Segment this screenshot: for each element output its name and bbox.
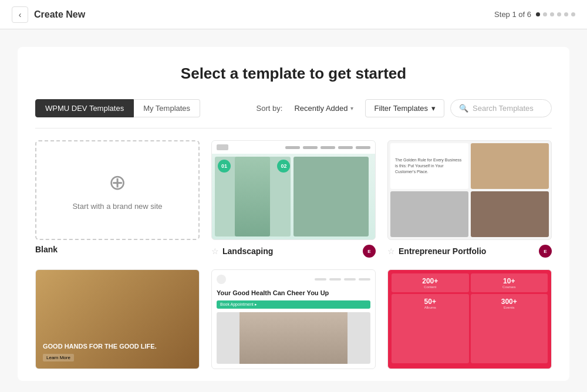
sort-dropdown[interactable]: Recently Added ▾ [288,100,359,116]
stat-num-courses: 10+ [473,277,546,285]
template-card-blank[interactable]: ⊕ Start with a brand new site Blank [35,140,200,258]
thumb-link [356,146,370,149]
thumb-img-tools [294,157,369,236]
elementor-badge-entrepreneur: E [539,245,552,258]
health-nav-link [315,278,326,281]
stat-num-content: 200+ [394,277,467,285]
health-nav-links [315,278,370,281]
thumb-img-person2 [471,143,549,189]
stat-num-albums: 50+ [394,298,467,306]
star-icon[interactable]: ☆ [211,246,219,256]
top-bar-left: ‹ Create New [12,6,85,23]
template-name-entrepreneur: Entrepreneur Portfolio [399,246,486,256]
tab-my-templates[interactable]: My Templates [134,99,200,117]
template-name-wrap-entrepreneur: ☆ Entrepreneur Portfolio [387,246,486,256]
stat-label-events: Events [473,306,546,309]
badge-01: 01 [218,160,231,173]
farm-content: GOOD HANDS FOR THE GOOD LIFE. Learn More [43,342,157,361]
thumb-links [285,146,370,149]
main-area: Select a template to get started WPMU DE… [0,29,587,392]
thumb-img-person3 [390,191,468,237]
star-icon-entrepreneur[interactable]: ☆ [387,246,395,256]
filter-label: Filter Templates [374,104,428,113]
events-stat-events: 300+ Events [471,294,548,363]
template-thumb-landscaping: 01 02 [211,140,376,240]
health-person-image [239,312,347,364]
controls-right: Sort by: Recently Added ▾ Filter Templat… [257,99,552,117]
template-tabs: WPMU DEV Templates My Templates [35,99,200,117]
thumb-link [338,146,353,149]
wordpress-logo-icon: ⊕ [109,170,126,195]
thumb-img-person4 [471,191,549,237]
farm-cta: Learn More [43,354,74,361]
stat-label-albums: Albums [394,306,467,309]
thumb-logo [217,144,228,150]
events-stat-content: 200+ Content [392,273,469,292]
quote-text: The Golden Rule for Every Business is th… [395,157,464,174]
sort-label: Sort by: [257,104,283,113]
template-grid: ⊕ Start with a brand new site Blank [35,140,552,369]
search-input[interactable] [473,104,543,113]
elementor-badge: E [363,245,376,258]
events-stat-albums: 50+ Albums [392,294,469,363]
health-nav-link [344,278,356,281]
controls-bar: WPMU DEV Templates My Templates Sort by:… [35,99,552,129]
template-name-blank: Blank [35,245,200,254]
thumb-link [285,146,300,149]
thumb-content: 01 02 [212,154,375,239]
page-title: Create New [34,9,85,20]
filter-button[interactable]: Filter Templates ▾ [365,99,444,117]
blank-description: Start with a brand new site [72,202,162,211]
template-thumb-farm: GOOD HANDS FOR THE GOOD LIFE. Learn More [35,269,200,369]
tab-wpmu-dev[interactable]: WPMU DEV Templates [35,99,134,117]
template-card-landscaping[interactable]: 01 02 ☆ Landscaping E [211,140,376,258]
template-thumb-events: 200+ Content 10+ Courses 50+ Albums 300+… [387,269,552,369]
thumb-link [303,146,318,149]
template-thumb-blank: ⊕ Start with a brand new site [35,140,200,240]
step-dot-1 [536,12,540,16]
step-dot-4 [557,12,561,16]
step-dots [536,12,575,16]
health-nav [217,275,370,284]
top-bar-right: Step 1 of 6 [494,10,575,19]
step-dot-6 [571,12,575,16]
stat-label-courses: Courses [473,285,546,289]
page-heading: Select a template to get started [35,65,552,83]
health-logo [217,275,226,284]
page-container: Select a template to get started WPMU DE… [18,47,569,381]
template-card-events[interactable]: 200+ Content 10+ Courses 50+ Albums 300+… [387,269,552,369]
template-card-entrepreneur[interactable]: The Golden Rule for Every Business is th… [387,140,552,258]
template-thumb-entrepreneur: The Golden Rule for Every Business is th… [387,140,552,240]
template-label-row-entrepreneur: ☆ Entrepreneur Portfolio E [387,245,552,258]
person-silhouette [235,157,270,236]
template-name-landscaping: Landscaping [222,246,273,256]
sort-chevron: ▾ [350,105,353,111]
stat-label-content: Content [394,285,467,289]
thumb-nav [212,141,375,154]
template-label-row-landscaping: ☆ Landscaping E [211,245,376,258]
search-box[interactable]: 🔍 [450,99,552,117]
template-name-wrap: ☆ Landscaping [211,246,273,256]
health-cta: Book Appointment ▸ [217,300,370,309]
template-card-health[interactable]: Your Good Health Can Cheer You Up Book A… [211,269,376,369]
step-dot-3 [550,12,554,16]
top-bar: ‹ Create New Step 1 of 6 [0,0,587,29]
step-label: Step 1 of 6 [494,10,531,19]
health-nav-link [329,278,341,281]
template-card-farm[interactable]: GOOD HANDS FOR THE GOOD LIFE. Learn More [35,269,200,369]
health-nav-link [359,278,370,281]
template-thumb-health: Your Good Health Can Cheer You Up Book A… [211,269,376,369]
quote-block: The Golden Rule for Every Business is th… [390,143,468,189]
events-stat-courses: 10+ Courses [471,273,548,292]
thumb-link [321,146,335,149]
sort-value: Recently Added [294,104,348,113]
health-heading: Your Good Health Can Cheer You Up [217,289,370,297]
filter-chevron: ▾ [431,104,436,113]
back-button[interactable]: ‹ [12,6,28,23]
health-image [217,312,370,364]
stat-num-events: 300+ [473,298,546,306]
step-dot-5 [564,12,568,16]
step-dot-2 [543,12,547,16]
search-icon: 🔍 [459,104,468,113]
farm-heading: GOOD HANDS FOR THE GOOD LIFE. [43,342,157,351]
